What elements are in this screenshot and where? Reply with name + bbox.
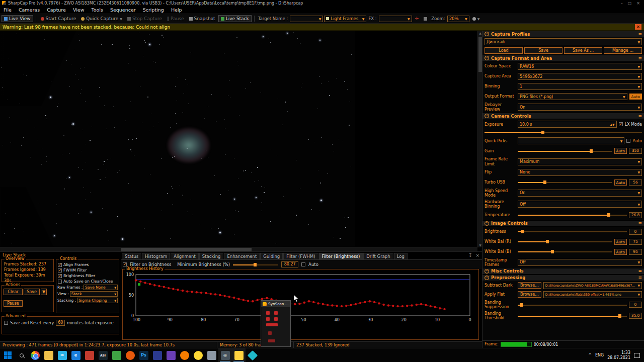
start-capture-button[interactable]: Start Capture [39,16,78,22]
menu-help[interactable]: Help [168,7,186,13]
stacking-select[interactable]: Sigma Clipping▼ [77,298,118,303]
white-bal-b-slider[interactable] [518,249,612,254]
tab-alignment[interactable]: Alignment [171,253,199,259]
menu-sequencer[interactable]: Sequencer [107,7,139,13]
warning-close-button[interactable]: × [635,24,641,30]
high-speed-mode-select[interactable]: On▼ [518,190,642,197]
section-menu-icon[interactable]: ≡ [638,221,642,226]
tab-log[interactable]: Log [394,253,408,259]
profile-select[interactable]: Дипскай▼ [485,38,642,45]
mail-icon[interactable]: ✉ [55,348,69,362]
save-as-profile-button[interactable]: Save As ... [564,47,602,54]
collapse-icon[interactable]: ^ [485,221,489,226]
checkbox-fwhm-filter[interactable]: FWHM Filter [56,267,119,273]
brightness-value[interactable]: 0 [629,229,642,235]
collapse-icon[interactable]: ^ [485,114,489,118]
apply-flat-path[interactable]: D:\Sharpcap\darks\flats\350 offset=1.465… [543,291,642,298]
section-menu-icon[interactable]: ≡ [638,56,642,61]
search-button[interactable] [15,348,28,362]
scroll-thumb[interactable] [478,37,482,72]
menu-scripting[interactable]: Scripting [139,7,168,13]
synscan-thumbnail[interactable] [261,307,290,346]
banding-threshold-slider[interactable] [518,314,627,318]
taskbar-clock[interactable]: 1:33 28.07.2021 [607,350,630,360]
banding-threshold-value[interactable]: 35.0 [629,313,642,319]
snapshot-button[interactable]: Snapshot [187,16,217,22]
white-bal-r-auto-button[interactable]: Auto [614,239,627,245]
frame-type-select[interactable]: Light Frames▼ [324,16,366,22]
min-brightness-slider[interactable] [233,262,278,267]
quick-capture-button[interactable]: Quick Capture▼ [79,16,124,22]
section-camera-controls[interactable]: ^ Camera Controls ≡ [482,113,644,119]
turbo-usb-value[interactable]: 56 [629,179,642,186]
edge-icon[interactable]: e [69,348,83,362]
yellow-round-app-icon[interactable] [191,348,205,362]
tab-stacking[interactable]: Stacking [199,253,224,259]
collapse-icon[interactable]: ^ [485,276,489,280]
scroll-up-icon[interactable]: ▲ [478,31,482,35]
panel-close-icon[interactable]: × [475,253,479,258]
tab-filter-brightness[interactable]: Filter (Brightness) [319,253,363,259]
subtract-dark-path[interactable]: D:\Sharpcap\darks\ZWO ASI183MC\RAW16@549… [543,282,642,289]
section-preprocessing[interactable]: ^ Preprocessing ≡ [482,275,644,281]
collapse-icon[interactable]: ^ [485,269,489,274]
grid-button[interactable] [422,17,429,21]
violet-app-icon[interactable] [164,348,178,362]
teal-diamond-app-icon[interactable] [246,348,259,362]
section-menu-icon[interactable]: ≡ [638,114,642,119]
white-bal-b-auto-button[interactable]: Auto [614,249,627,255]
horizontal-scrollbar[interactable] [0,247,477,251]
timestamp-frames-select[interactable]: Off▼ [518,259,642,266]
menu-file[interactable]: File [0,7,15,13]
white-bal-r-slider[interactable] [518,239,612,244]
view-select[interactable]: Stack▼ [70,291,118,297]
tab-histogram[interactable]: Histogram [142,253,170,259]
exposure-slider[interactable] [485,130,642,135]
collapse-icon[interactable]: ^ [485,56,489,60]
save-dropdown-button[interactable]: ▼ [41,289,47,295]
save-reset-minutes-input[interactable]: 60 [56,320,65,326]
menu-view[interactable]: View [69,7,88,13]
pause-button[interactable]: ‖ Pause [165,16,186,22]
quick-picks-select[interactable]: ▼ [518,137,624,144]
save-button[interactable]: Save [24,289,40,295]
debayer-preview-select[interactable]: On▼ [518,104,642,111]
collapse-icon[interactable]: ^ [485,32,489,36]
lx-mode-checkbox[interactable] [619,122,623,126]
chrome-icon[interactable] [28,348,42,362]
red-app-icon[interactable] [83,348,96,362]
apply-flat-browse-button[interactable]: Browse... [518,291,541,298]
orange-round-app-icon[interactable] [123,348,137,362]
exposure-input[interactable]: 10.0 s▲▼ [518,121,617,128]
tab-status[interactable]: Status [122,253,141,259]
frame-rate-limit-select[interactable]: Maximum▼ [518,158,642,165]
sharpcap-icon[interactable]: ◎ [218,348,232,362]
manage-profiles-button[interactable]: Manage ... [604,47,642,54]
photoshop-icon[interactable]: Ps [137,348,150,362]
tray-expand-icon[interactable]: ^ [588,353,592,357]
flame-app-icon[interactable] [178,348,191,362]
binning-select[interactable]: 1▼ [518,83,642,90]
synscan-preview-popup[interactable]: SynScan ... [261,300,291,347]
save-reset-checkbox[interactable] [4,321,8,325]
checkbox-brightness-filter[interactable]: Brightness Filter [56,273,119,279]
pin-icon[interactable]: ↧ [468,253,472,258]
scroll-thumb[interactable] [121,248,252,251]
tab-filter-fwhm[interactable]: Filter (FWHM) [283,253,318,259]
stop-capture-button[interactable]: Stop Capture [125,16,164,22]
section-misc-controls[interactable]: ^ Misc Controls ≡ [482,268,644,275]
auto-brightness-checkbox[interactable] [301,262,305,266]
target-name-select[interactable]: ▼ [290,16,323,22]
min-brightness-value[interactable]: 80.27 [281,261,298,267]
temperature-slider[interactable] [518,213,627,217]
tab-enhancement[interactable]: Enhancement [224,253,260,259]
filter-on-brightness-checkbox[interactable] [123,262,127,266]
exposure-auto-checkbox[interactable] [626,139,630,143]
gain-auto-button[interactable]: Auto [614,148,627,154]
section-menu-icon[interactable]: ≡ [638,275,642,280]
live-stack-button[interactable]: Live Stack [218,15,252,22]
scroll-down-icon[interactable]: ▼ [478,243,482,247]
brightness-slider[interactable] [518,229,627,234]
brightness-tool-button[interactable]: ▼ [470,17,482,21]
white-bal-r-value[interactable]: 75 [629,239,642,245]
